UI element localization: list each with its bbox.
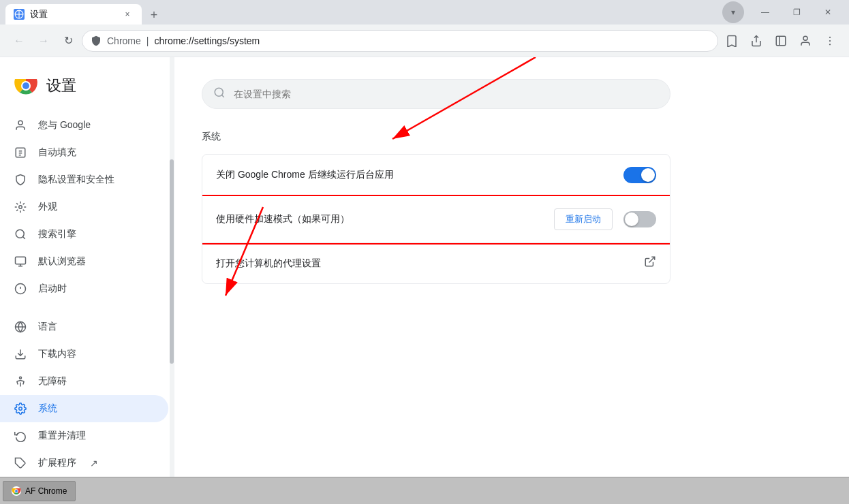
proxy-label: 打开您计算机的代理设置 — [216, 257, 644, 270]
toggle-knob — [641, 168, 655, 182]
sidebar-item-language[interactable]: 语言 — [0, 313, 168, 341]
search-input[interactable] — [234, 89, 659, 99]
settings-card: 关闭 Google Chrome 后继续运行后台应用 使用硬件加速模式（如果可用… — [202, 154, 670, 284]
background-apps-label: 关闭 Google Chrome 后继续运行后台应用 — [216, 169, 623, 181]
sidebar: 设置 您与 Google 自动填充 隐私设置和安全性 — [0, 57, 174, 477]
setting-row-proxy: 打开您计算机的代理设置 — [202, 243, 670, 283]
sidebar-divider — [0, 302, 174, 313]
accessibility-icon — [14, 375, 27, 388]
hardware-accel-action: 重新启动 — [554, 208, 656, 230]
sidebar-item-startup[interactable]: 启动时 — [0, 275, 168, 302]
restore-button[interactable]: ❐ — [781, 0, 812, 25]
setting-row-hardware-accel: 使用硬件加速模式（如果可用） 重新启动 — [202, 196, 670, 243]
minimize-button[interactable]: — — [750, 0, 781, 25]
restart-button[interactable]: 重新启动 — [554, 208, 613, 230]
content-area: 系统 关闭 Google Chrome 后继续运行后台应用 使用硬件加速模式（如… — [174, 57, 849, 477]
taskbar-chrome-item[interactable]: AF Chrome — [3, 481, 76, 501]
search-icon — [213, 86, 226, 102]
sidebar-item-privacy[interactable]: 隐私设置和安全性 — [0, 166, 168, 193]
hardware-accel-toggle[interactable] — [623, 211, 656, 227]
tab-favicon — [14, 9, 25, 20]
sidebar-label-reset: 重置并清理 — [38, 430, 86, 442]
sidebar-label-download: 下载内容 — [38, 348, 76, 360]
svg-line-18 — [22, 236, 25, 238]
appearance-icon — [14, 200, 27, 214]
sidebar-item-google[interactable]: 您与 Google — [0, 112, 168, 139]
bookmark-button[interactable] — [721, 30, 743, 52]
window-controls: — ❐ ✕ — [750, 0, 844, 25]
svg-rect-4 — [776, 36, 786, 46]
search-engine-icon — [14, 227, 27, 241]
sidebar-label-startup: 启动时 — [38, 283, 67, 295]
svg-point-29 — [215, 88, 223, 96]
main-layout: 设置 您与 Google 自动填充 隐私设置和安全性 — [0, 57, 849, 477]
sidebar-label-accessibility: 无障碍 — [38, 375, 67, 388]
taskbar-item-label: AF Chrome — [25, 486, 67, 496]
sidebar-item-download[interactable]: 下载内容 — [0, 341, 168, 368]
setting-row-background-apps: 关闭 Google Chrome 后继续运行后台应用 — [202, 155, 670, 196]
taskbar: AF Chrome — [0, 477, 849, 504]
url-text: chrome://settings/system — [154, 35, 260, 46]
titlebar: 设置 × + ▾ — ❐ ✕ — [0, 0, 849, 25]
svg-line-31 — [649, 257, 655, 262]
sidebar-item-accessibility[interactable]: 无障碍 — [0, 368, 168, 395]
background-apps-toggle[interactable] — [623, 167, 656, 183]
svg-point-6 — [803, 36, 807, 40]
sidebar-label-privacy: 隐私设置和安全性 — [38, 174, 114, 186]
language-icon — [14, 320, 27, 334]
svg-line-30 — [221, 95, 223, 97]
sidebar-label-search: 搜索引擎 — [38, 228, 76, 240]
url-protocol: Chrome — [107, 35, 141, 46]
new-tab-button[interactable]: + — [144, 5, 164, 25]
window-sidebar-button[interactable] — [770, 30, 792, 52]
sidebar-title: 设置 — [46, 76, 76, 96]
sidebar-item-appearance[interactable]: 外观 — [0, 193, 168, 221]
forward-button[interactable]: → — [33, 30, 55, 52]
back-button[interactable]: ← — [8, 30, 30, 52]
section-title: 系统 — [202, 131, 822, 143]
hardware-accel-label: 使用硬件加速模式（如果可用） — [216, 213, 554, 225]
startup-icon — [14, 282, 27, 296]
taskbar-chrome-icon — [12, 486, 21, 496]
svg-point-9 — [829, 44, 831, 45]
autofill-icon — [14, 146, 27, 159]
svg-point-13 — [22, 82, 29, 89]
sidebar-label-language: 语言 — [38, 321, 57, 333]
close-button[interactable]: ✕ — [812, 0, 844, 25]
svg-point-38 — [15, 490, 18, 492]
sidebar-label-extensions: 扩展程序 — [38, 457, 76, 469]
svg-point-25 — [19, 407, 22, 411]
sidebar-item-autofill[interactable]: 自动填充 — [0, 139, 168, 166]
search-bar[interactable] — [202, 79, 670, 109]
profile-button[interactable] — [794, 30, 816, 52]
sidebar-label-google: 您与 Google — [38, 119, 91, 131]
scrollbar-thumb[interactable] — [170, 159, 174, 364]
tab-close-button[interactable]: × — [121, 8, 134, 20]
svg-point-24 — [20, 377, 22, 379]
navbar: ← → ↻ Chrome | chrome://settings/system — [0, 25, 849, 57]
sidebar-item-system[interactable]: 系统 — [0, 395, 168, 422]
proxy-action — [644, 255, 656, 271]
menu-button[interactable] — [819, 30, 841, 52]
reload-button[interactable]: ↻ — [57, 30, 79, 52]
tab-title: 设置 — [30, 8, 48, 20]
svg-point-7 — [829, 36, 831, 37]
sidebar-item-extensions[interactable]: 扩展程序 ↗ — [0, 450, 168, 477]
sidebar-item-browser[interactable]: 默认浏览器 — [0, 248, 168, 275]
share-button[interactable] — [745, 30, 767, 52]
proxy-external-link[interactable] — [644, 255, 656, 271]
svg-point-8 — [829, 40, 831, 41]
sidebar-item-search[interactable]: 搜索引擎 — [0, 221, 168, 248]
address-bar[interactable]: Chrome | chrome://settings/system — [82, 30, 718, 52]
extensions-icon — [14, 456, 27, 470]
active-tab[interactable]: 设置 × — [5, 4, 142, 25]
sidebar-label-autofill: 自动填充 — [38, 146, 76, 159]
background-apps-action — [623, 167, 656, 183]
tab-strip-dropdown[interactable]: ▾ — [722, 1, 744, 23]
nav-actions — [721, 30, 841, 52]
privacy-icon — [14, 173, 27, 187]
sidebar-label-appearance: 外观 — [38, 201, 57, 213]
tab-strip: 设置 × + — [5, 0, 722, 25]
sidebar-item-reset[interactable]: 重置并清理 — [0, 422, 168, 450]
sidebar-label-system: 系统 — [38, 403, 57, 415]
